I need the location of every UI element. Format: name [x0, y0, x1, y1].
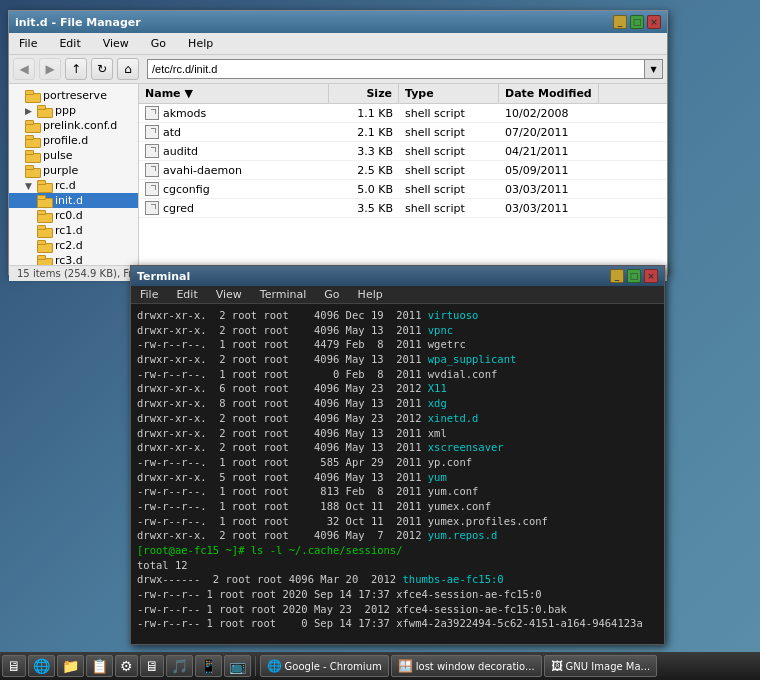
terminal-line: drwxr-xr-x. 2 root root 4096 May 23 2012… [137, 411, 658, 426]
file-list-header: Name ▼ Size Type Date Modified [139, 84, 667, 104]
address-dropdown[interactable]: ▼ [645, 59, 663, 79]
terminal-menu-terminal[interactable]: Terminal [255, 287, 312, 302]
taskbar-launcher-6[interactable]: 🖥 [140, 655, 164, 677]
script-icon [145, 106, 159, 120]
folder-icon [25, 90, 39, 101]
taskbar-launcher-9[interactable]: 📺 [224, 655, 251, 677]
sidebar-item-pulse[interactable]: pulse [9, 148, 138, 163]
menu-edit[interactable]: Edit [53, 35, 86, 52]
table-row[interactable]: akmods 1.1 KB shell script 10/02/2008 [139, 104, 667, 123]
sidebar-label: pulse [43, 149, 73, 162]
sidebar-item-profile[interactable]: profile.d [9, 133, 138, 148]
folder-icon [25, 150, 39, 161]
expand-arrow: ▶ [25, 106, 35, 116]
terminal-line: 20db.state [137, 631, 658, 634]
folder-icon [37, 225, 51, 236]
terminal-menu-help[interactable]: Help [353, 287, 388, 302]
taskbar-launcher-5[interactable]: ⚙ [115, 655, 138, 677]
address-input[interactable] [147, 59, 645, 79]
terminal-menu-go[interactable]: Go [319, 287, 344, 302]
sidebar-item-rcd[interactable]: ▼ rc.d [9, 178, 138, 193]
table-row[interactable]: avahi-daemon 2.5 KB shell script 05/09/2… [139, 161, 667, 180]
sidebar-item-ppp[interactable]: ▶ ppp [9, 103, 138, 118]
taskbar-launcher-2[interactable]: 🌐 [28, 655, 55, 677]
taskbar-launcher-1[interactable]: 🖥 [2, 655, 26, 677]
terminal-line: drwxr-xr-x. 2 root root 4096 May 13 2011… [137, 352, 658, 367]
taskbar-launcher-4[interactable]: 📋 [86, 655, 113, 677]
table-row[interactable]: cgconfig 5.0 KB shell script 03/03/2011 [139, 180, 667, 199]
script-icon [145, 144, 159, 158]
up-button[interactable]: ↑ [65, 58, 87, 80]
terminal-line: -rw-r--r--. 1 root root 188 Oct 11 2011 … [137, 499, 658, 514]
home-button[interactable]: ⌂ [117, 58, 139, 80]
col-header-type: Type [399, 84, 499, 103]
terminal-menubar: File Edit View Terminal Go Help [131, 286, 664, 304]
terminal-line: total 12 [137, 558, 658, 573]
folder-icon [25, 120, 39, 131]
sidebar-label: rc2.d [55, 239, 83, 252]
sidebar-item-rc1d[interactable]: rc1.d [9, 223, 138, 238]
reload-button[interactable]: ↻ [91, 58, 113, 80]
menu-help[interactable]: Help [182, 35, 219, 52]
sidebar-item-prelink[interactable]: prelink.conf.d [9, 118, 138, 133]
script-icon [145, 201, 159, 215]
status-text: 15 items (254.9 KB), Fr... [17, 268, 141, 279]
window-controls: _ □ × [613, 15, 661, 29]
terminal-line: -rw-r--r-- 1 root root 2020 May 23 2012 … [137, 602, 658, 617]
terminal-menu-view[interactable]: View [211, 287, 247, 302]
folder-icon [25, 135, 39, 146]
terminal-line: drwx------ 2 root root 4096 Mar 20 2012 … [137, 572, 658, 587]
sidebar-item-rc0d[interactable]: rc0.d [9, 208, 138, 223]
terminal-line: -rw-r--r--. 1 root root 32 Oct 11 2011 y… [137, 514, 658, 529]
sidebar-item-purple[interactable]: purple [9, 163, 138, 178]
window-label: lost window decoratio... [416, 661, 535, 672]
folder-icon [37, 240, 51, 251]
forward-button[interactable]: ▶ [39, 58, 61, 80]
terminal-line: -rw-r--r--. 1 root root 0 Feb 8 2011 wvd… [137, 367, 658, 382]
address-bar: ▼ [147, 59, 663, 79]
sidebar-label: rc3.d [55, 254, 83, 265]
file-manager-titlebar: init.d - File Manager _ □ × [9, 11, 667, 33]
table-row[interactable]: auditd 3.3 KB shell script 04/21/2011 [139, 142, 667, 161]
sidebar-item-rc2d[interactable]: rc2.d [9, 238, 138, 253]
folder-icon [25, 165, 39, 176]
terminal-close-button[interactable]: × [644, 269, 658, 283]
terminal-line: drwxr-xr-x. 5 root root 4096 May 13 2011… [137, 470, 658, 485]
terminal-content[interactable]: drwxr-xr-x. 2 root root 4096 Dec 19 2011… [131, 304, 664, 634]
terminal-menu-file[interactable]: File [135, 287, 163, 302]
taskbar-launcher-8[interactable]: 📱 [195, 655, 222, 677]
sidebar-item-portreserve[interactable]: portreserve [9, 88, 138, 103]
terminal-line: drwxr-xr-x. 8 root root 4096 May 13 2011… [137, 396, 658, 411]
taskbar-window-gimp[interactable]: 🖼 GNU Image Ma... [544, 655, 658, 677]
taskbar-launcher-7[interactable]: 🎵 [166, 655, 193, 677]
maximize-button[interactable]: □ [630, 15, 644, 29]
taskbar-launcher-3[interactable]: 📁 [57, 655, 84, 677]
table-row[interactable]: atd 2.1 KB shell script 07/20/2011 [139, 123, 667, 142]
terminal-line: -rw-r--r-- 1 root root 0 Sep 14 17:37 xf… [137, 616, 658, 631]
file-list: Name ▼ Size Type Date Modified akmods 1.… [139, 84, 667, 265]
back-button[interactable]: ◀ [13, 58, 35, 80]
taskbar-window-lost[interactable]: 🪟 lost window decoratio... [391, 655, 542, 677]
taskbar-window-chromium[interactable]: 🌐 Google - Chromium [260, 655, 389, 677]
taskbar-separator [255, 656, 256, 676]
menu-go[interactable]: Go [145, 35, 172, 52]
menu-file[interactable]: File [13, 35, 43, 52]
terminal-line: drwxr-xr-x. 2 root root 4096 May 13 2011… [137, 440, 658, 455]
terminal-maximize-button[interactable]: □ [627, 269, 641, 283]
menu-view[interactable]: View [97, 35, 135, 52]
minimize-button[interactable]: _ [613, 15, 627, 29]
file-manager-title: init.d - File Manager [15, 16, 141, 29]
close-button[interactable]: × [647, 15, 661, 29]
toolbar: ◀ ▶ ↑ ↻ ⌂ ▼ [9, 55, 667, 84]
terminal-minimize-button[interactable]: _ [610, 269, 624, 283]
col-header-size: Size [329, 84, 399, 103]
script-icon [145, 182, 159, 196]
table-row[interactable]: cgred 3.5 KB shell script 03/03/2011 [139, 199, 667, 218]
terminal-menu-edit[interactable]: Edit [171, 287, 202, 302]
sidebar-item-rc3d[interactable]: rc3.d [9, 253, 138, 265]
gimp-icon: 🖼 [551, 659, 563, 673]
script-icon [145, 125, 159, 139]
sidebar-item-initd[interactable]: init.d [9, 193, 138, 208]
folder-icon [37, 210, 51, 221]
sidebar-label: profile.d [43, 134, 88, 147]
